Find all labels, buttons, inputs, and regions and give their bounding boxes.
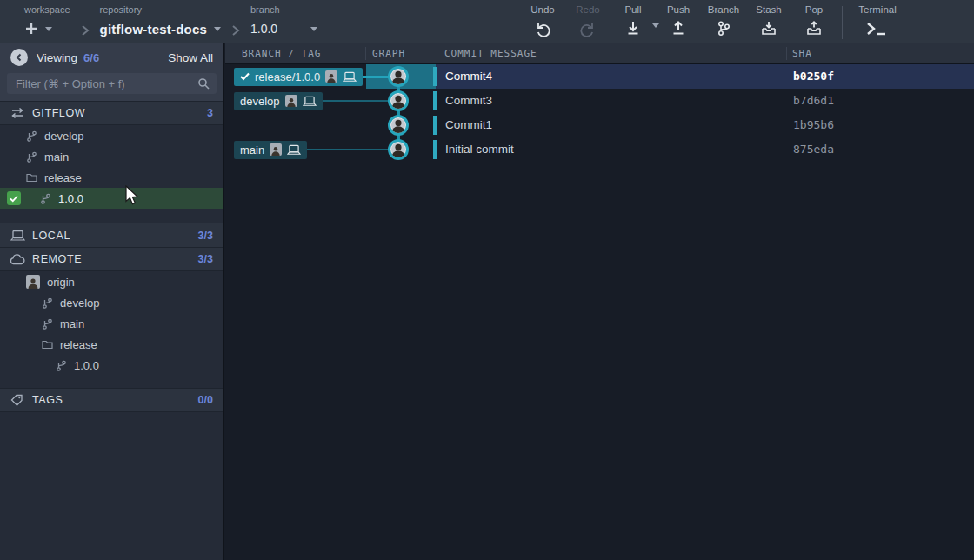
commit-graph-panel: BRANCH / TAG GRAPH COMMIT MESSAGE SHA re… (225, 43, 974, 560)
workspace-group: workspace (24, 4, 70, 39)
gitflow-swap-icon (9, 107, 26, 119)
viewing-count: 6/6 (83, 51, 99, 64)
current-branch-name[interactable]: 1.0.0 (250, 22, 277, 36)
row-accent-bar (433, 67, 437, 86)
commit-row-initial-commit[interactable]: main Initial commit 875eda (225, 137, 974, 162)
sidebar-item-develop[interactable]: develop (0, 125, 223, 146)
folder-icon (26, 172, 37, 183)
terminal-button[interactable]: Terminal (850, 4, 905, 38)
sidebar-item-release-folder[interactable]: release (0, 167, 223, 188)
search-icon (197, 77, 210, 90)
checked-checkbox[interactable] (7, 191, 21, 205)
branch-caret-icon[interactable] (310, 27, 317, 31)
commit-node-avatar[interactable] (388, 90, 409, 111)
stash-button[interactable]: Stash (746, 4, 791, 38)
push-icon (671, 19, 685, 38)
commit-row-commit4[interactable]: release/1.0.0 Commit4 b0250f (225, 64, 974, 89)
chevron-right-icon (81, 24, 90, 37)
redo-icon (579, 19, 597, 38)
toolbar-divider (842, 6, 843, 39)
filter-input[interactable] (7, 73, 217, 94)
gitflow-count: 3 (207, 107, 213, 119)
show-all-button[interactable]: Show All (168, 51, 213, 64)
sidebar-item-remote-main[interactable]: main (0, 313, 223, 334)
commit-message[interactable]: Commit3 (445, 89, 492, 113)
commit-sha[interactable]: b7d6d1 (793, 89, 834, 113)
tag-icon (9, 394, 26, 406)
tags-count: 0/0 (198, 394, 213, 406)
item-label: release (60, 338, 97, 351)
sidebar-header: Viewing 6/6 Show All (0, 43, 223, 101)
folder-icon (42, 339, 53, 350)
item-label: develop (44, 130, 84, 143)
item-label: 1.0.0 (58, 192, 83, 205)
commit-row-commit3[interactable]: develop Commit3 b7d6d1 (225, 89, 974, 113)
pull-icon (626, 19, 640, 38)
branch-label-develop[interactable]: develop (234, 92, 323, 110)
sidebar-item-1.0.0-selected[interactable]: 1.0.0 (0, 188, 223, 209)
pop-icon (806, 19, 822, 38)
chevron-right-icon (231, 24, 240, 37)
laptop-icon (343, 71, 357, 83)
add-workspace-button[interactable] (24, 22, 38, 36)
row-accent-bar (433, 116, 437, 135)
item-label: release (44, 171, 82, 184)
push-button[interactable]: Push (656, 4, 701, 38)
left-sidebar: Viewing 6/6 Show All GITFLOW 3 develop m… (0, 43, 224, 560)
repository-group[interactable]: repository gitflow-test-docs (100, 4, 221, 39)
branch-label-release-1.0.0[interactable]: release/1.0.0 (234, 68, 363, 86)
branch-icon (42, 297, 53, 309)
commit-message[interactable]: Commit1 (445, 113, 492, 137)
top-toolbar: workspace repository gitflow-test-docs b… (0, 0, 974, 43)
collapse-sidebar-button[interactable] (10, 49, 28, 66)
branch-icon (42, 318, 53, 330)
pop-button[interactable]: Pop (791, 4, 837, 38)
sidebar-item-origin[interactable]: origin (0, 271, 223, 292)
column-divider[interactable] (786, 47, 787, 60)
pull-button[interactable]: Pull (610, 4, 656, 38)
commit-sha[interactable]: b0250f (793, 64, 834, 89)
action-toolbar: Undo Redo Pull Push Branch (520, 4, 905, 39)
local-count: 3/3 (198, 230, 213, 242)
item-label: main (44, 150, 69, 163)
commit-message[interactable]: Commit4 (445, 64, 492, 89)
graph-connector (293, 149, 397, 150)
column-header-sha: SHA (792, 43, 812, 64)
section-remote[interactable]: REMOTE 3/3 (0, 247, 223, 271)
commit-sha[interactable]: 1b95b6 (793, 113, 834, 137)
repository-name[interactable]: gitflow-test-docs (100, 22, 207, 37)
item-label: main (60, 317, 84, 330)
repository-label: repository (100, 4, 221, 15)
remote-avatar-icon (26, 275, 40, 289)
committer-avatar-icon (325, 70, 337, 83)
sidebar-item-main[interactable]: main (0, 146, 223, 167)
laptop-icon (303, 96, 317, 107)
workspace-caret-icon[interactable] (45, 27, 52, 31)
branch-button[interactable]: Branch (701, 4, 746, 38)
terminal-icon (866, 19, 889, 38)
branch-label: branch (250, 4, 317, 15)
redo-button[interactable]: Redo (565, 4, 610, 38)
commit-node-avatar[interactable] (388, 139, 409, 160)
repository-caret-icon[interactable] (214, 27, 221, 31)
selected-row-highlight (436, 64, 974, 89)
remote-count: 3/3 (198, 253, 213, 265)
commit-row-commit1[interactable]: Commit1 1b95b6 (225, 113, 974, 137)
commit-sha[interactable]: 875eda (793, 137, 834, 162)
commit-node-avatar[interactable] (388, 115, 409, 136)
column-header-branch-tag: BRANCH / TAG (242, 43, 321, 64)
sidebar-item-remote-1.0.0[interactable]: 1.0.0 (0, 355, 223, 376)
branch-label-main[interactable]: main (234, 141, 307, 159)
sidebar-item-remote-develop[interactable]: develop (0, 292, 223, 313)
commit-node-avatar[interactable] (388, 66, 409, 87)
undo-button[interactable]: Undo (520, 4, 565, 38)
section-gitflow[interactable]: GITFLOW 3 (0, 101, 223, 125)
section-local[interactable]: LOCAL 3/3 (0, 223, 223, 247)
branch-group[interactable]: branch 1.0.0 (250, 4, 317, 39)
workspace-label: workspace (24, 4, 70, 15)
commit-message[interactable]: Initial commit (445, 137, 514, 162)
branch-icon (717, 19, 730, 38)
column-divider[interactable] (365, 47, 366, 60)
sidebar-item-remote-release-folder[interactable]: release (0, 334, 223, 355)
section-tags[interactable]: TAGS 0/0 (0, 388, 223, 412)
